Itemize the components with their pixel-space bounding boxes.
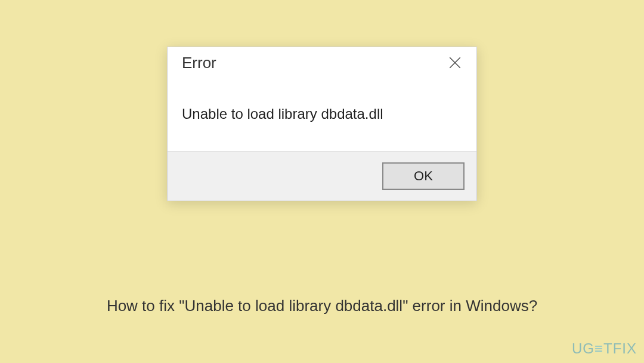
dialog-titlebar: Error bbox=[168, 47, 476, 77]
error-dialog: Error Unable to load library dbdata.dll … bbox=[167, 47, 477, 201]
article-caption: How to fix "Unable to load library dbdat… bbox=[0, 297, 644, 315]
close-button[interactable] bbox=[443, 53, 467, 72]
watermark-part3: TFIX bbox=[603, 340, 637, 356]
watermark-accent: ≡ bbox=[595, 340, 603, 356]
watermark-logo: UG≡TFIX bbox=[572, 340, 637, 357]
dialog-message: Unable to load library dbdata.dll bbox=[182, 106, 462, 122]
dialog-body: Unable to load library dbdata.dll bbox=[168, 77, 476, 151]
close-icon bbox=[449, 57, 461, 69]
watermark-part1: UG bbox=[572, 340, 595, 356]
dialog-footer: OK bbox=[168, 151, 476, 201]
ok-button[interactable]: OK bbox=[382, 162, 465, 190]
dialog-title: Error bbox=[182, 54, 216, 72]
